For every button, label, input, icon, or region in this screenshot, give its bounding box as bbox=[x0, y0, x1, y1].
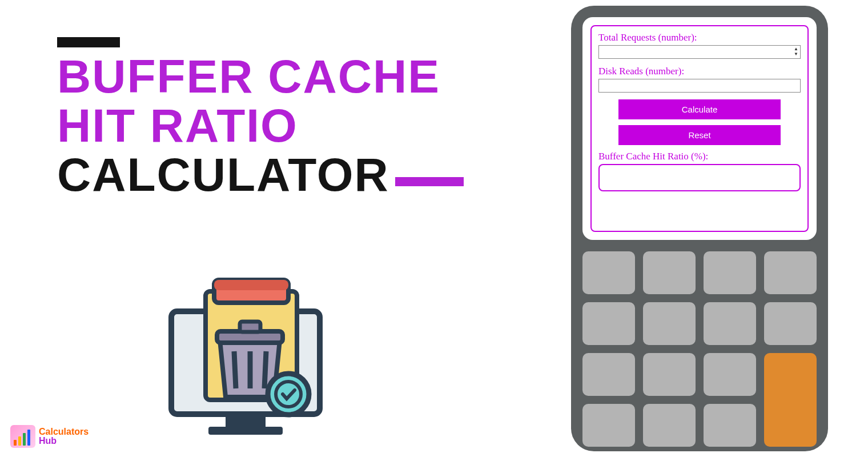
calculator-screen: Total Requests (number): ▲▼ Disk Reads (… bbox=[582, 17, 817, 240]
svg-line-8 bbox=[234, 351, 236, 388]
logo-icon bbox=[10, 425, 35, 448]
calculator-device: Total Requests (number): ▲▼ Disk Reads (… bbox=[571, 6, 828, 451]
key[interactable] bbox=[764, 251, 817, 294]
brand-logo: Calculators Hub bbox=[10, 425, 89, 448]
title-block: Buffer Cache Hit Ratio Calculator bbox=[57, 37, 464, 199]
svg-line-10 bbox=[264, 351, 266, 388]
key[interactable] bbox=[582, 404, 635, 447]
key[interactable] bbox=[704, 251, 756, 294]
key[interactable] bbox=[643, 353, 696, 396]
key[interactable] bbox=[582, 302, 635, 345]
calculator-keypad bbox=[582, 251, 817, 447]
monitor-trash-icon bbox=[160, 271, 343, 437]
svg-rect-5 bbox=[214, 280, 288, 290]
key[interactable] bbox=[643, 302, 696, 345]
reset-button[interactable]: Reset bbox=[618, 125, 780, 145]
cache-illustration bbox=[160, 271, 343, 439]
svg-rect-2 bbox=[208, 427, 283, 435]
calculate-button[interactable]: Calculate bbox=[618, 99, 780, 119]
key[interactable] bbox=[764, 302, 817, 345]
total-requests-input[interactable] bbox=[598, 45, 801, 59]
decorative-underline bbox=[395, 177, 464, 186]
key[interactable] bbox=[643, 404, 696, 447]
key[interactable] bbox=[643, 251, 696, 294]
svg-point-11 bbox=[268, 374, 309, 415]
result-label: Buffer Cache Hit Ratio (%): bbox=[598, 151, 801, 162]
title-line-3-wrap: Calculator bbox=[57, 150, 464, 199]
svg-rect-1 bbox=[226, 417, 266, 427]
disk-reads-label: Disk Reads (number): bbox=[598, 66, 801, 77]
logo-text-bottom: Hub bbox=[39, 436, 89, 446]
disk-reads-input[interactable] bbox=[598, 79, 801, 93]
decorative-bar-top bbox=[57, 37, 120, 47]
key[interactable] bbox=[582, 251, 635, 294]
title-line-3: Calculator bbox=[57, 149, 389, 201]
logo-bars-icon bbox=[14, 430, 30, 446]
key[interactable] bbox=[704, 302, 756, 345]
total-requests-label: Total Requests (number): bbox=[598, 32, 801, 43]
key-equals[interactable] bbox=[764, 353, 817, 447]
total-requests-wrap: ▲▼ bbox=[598, 45, 801, 66]
result-output bbox=[598, 164, 801, 191]
title-line-1: Buffer Cache bbox=[57, 52, 464, 101]
svg-rect-7 bbox=[240, 322, 260, 332]
calculator-form: Total Requests (number): ▲▼ Disk Reads (… bbox=[590, 25, 809, 232]
logo-text: Calculators Hub bbox=[39, 427, 89, 446]
key[interactable] bbox=[582, 353, 635, 396]
logo-text-top: Calculators bbox=[39, 427, 89, 436]
key[interactable] bbox=[704, 353, 756, 396]
key[interactable] bbox=[704, 404, 756, 447]
title-line-2: Hit Ratio bbox=[57, 101, 464, 150]
